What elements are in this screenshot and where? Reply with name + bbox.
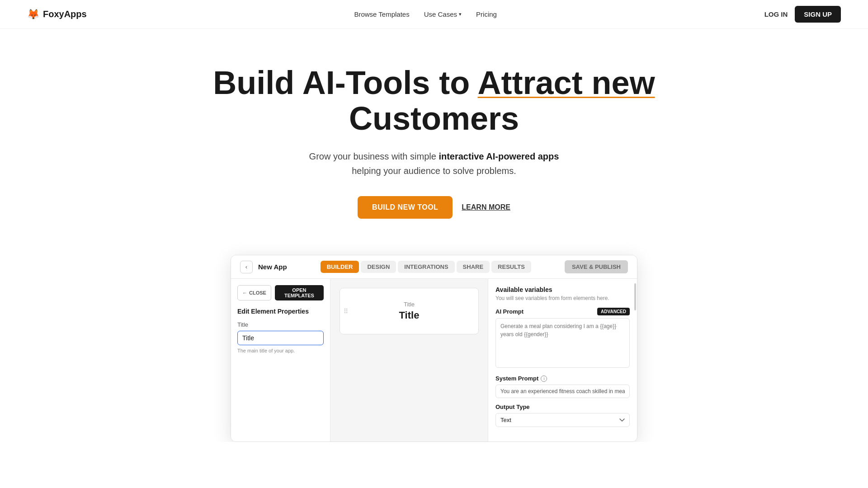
tab-design[interactable]: DESIGN <box>361 261 396 273</box>
hero-subtitle: Grow your business with simple interacti… <box>18 149 850 178</box>
panel-actions: ← CLOSE OPEN TEMPLATES <box>237 285 324 300</box>
ai-prompt-textarea[interactable] <box>495 318 630 368</box>
logo[interactable]: 🦊 FoxyApps <box>27 9 87 20</box>
nav-links: Browse Templates Use Cases ▾ Pricing <box>354 10 497 18</box>
logo-icon: 🦊 <box>27 9 39 20</box>
preview-container: ‹ New App BUILDER DESIGN INTEGRATIONS SH… <box>0 246 868 442</box>
chevron-down-icon: ▾ <box>459 11 462 17</box>
arrow-left-icon: ← <box>242 290 247 296</box>
nav-pricing[interactable]: Pricing <box>476 10 497 18</box>
drag-handle-icon[interactable]: ⠿ <box>344 308 348 315</box>
output-type-label: Output Type <box>495 404 630 410</box>
tab-builder[interactable]: BUILDER <box>321 261 359 273</box>
title-input[interactable] <box>237 331 324 345</box>
app-header-left: ‹ New App <box>240 261 287 273</box>
system-prompt-row: System Prompt i <box>495 375 630 382</box>
hero-title: Build AI-Tools to Attract new Customers <box>18 65 850 136</box>
card-text: Title <box>349 310 469 321</box>
nav-auth: LOG IN SIGN UP <box>764 6 841 23</box>
ai-prompt-header: AI Prompt ADVANCED <box>495 308 630 315</box>
hero-section: Build AI-Tools to Attract new Customers … <box>0 29 868 246</box>
field-hint: The main title of your app. <box>237 348 324 353</box>
right-panel: Available variables You will see variabl… <box>488 279 637 441</box>
chevron-left-icon: ‹ <box>245 263 247 270</box>
tab-share[interactable]: SHARE <box>457 261 490 273</box>
hero-buttons: BUILD NEW TOOL LEARN MORE <box>18 196 850 219</box>
signup-button[interactable]: SIGN UP <box>795 6 841 23</box>
left-panel: ← CLOSE OPEN TEMPLATES Edit Element Prop… <box>231 279 330 441</box>
close-button[interactable]: ← CLOSE <box>237 285 271 300</box>
app-content: ← CLOSE OPEN TEMPLATES Edit Element Prop… <box>231 279 637 441</box>
title-card: ⠿ Title Title <box>340 288 479 334</box>
edit-element-title: Edit Element Properties <box>237 308 324 315</box>
app-back-button[interactable]: ‹ <box>240 261 253 273</box>
system-prompt-input[interactable] <box>495 385 630 398</box>
learn-more-button[interactable]: LEARN MORE <box>462 203 510 211</box>
advanced-button[interactable]: ADVANCED <box>597 308 630 315</box>
card-label: Title <box>349 301 469 308</box>
save-publish-button[interactable]: SAVE & PUBLISH <box>565 260 628 273</box>
open-templates-button[interactable]: OPEN TEMPLATES <box>275 285 324 300</box>
output-type-select[interactable]: Text HTML Markdown JSON <box>495 413 630 427</box>
system-prompt-label: System Prompt <box>495 375 538 382</box>
info-icon[interactable]: i <box>541 375 547 382</box>
build-new-tool-button[interactable]: BUILD NEW TOOL <box>358 196 453 219</box>
nav-use-cases[interactable]: Use Cases ▾ <box>424 10 462 18</box>
app-header: ‹ New App BUILDER DESIGN INTEGRATIONS SH… <box>231 255 637 279</box>
app-tabs: BUILDER DESIGN INTEGRATIONS SHARE RESULT… <box>321 261 531 273</box>
scrollbar[interactable] <box>634 283 636 310</box>
nav-browse-templates[interactable]: Browse Templates <box>354 10 409 18</box>
tab-integrations[interactable]: INTEGRATIONS <box>398 261 454 273</box>
app-name: New App <box>258 263 287 271</box>
login-button[interactable]: LOG IN <box>764 10 788 18</box>
center-panel: ⠿ Title Title <box>330 279 488 441</box>
tab-results[interactable]: RESULTS <box>491 261 531 273</box>
logo-text: FoxyApps <box>43 9 87 19</box>
app-preview-window: ‹ New App BUILDER DESIGN INTEGRATIONS SH… <box>231 255 637 442</box>
variables-hint: You will see variables from form element… <box>495 295 630 301</box>
navbar: 🦊 FoxyApps Browse Templates Use Cases ▾ … <box>0 0 868 29</box>
ai-prompt-label: AI Prompt <box>495 308 524 315</box>
field-label: Title <box>237 321 324 328</box>
variables-title: Available variables <box>495 286 630 293</box>
